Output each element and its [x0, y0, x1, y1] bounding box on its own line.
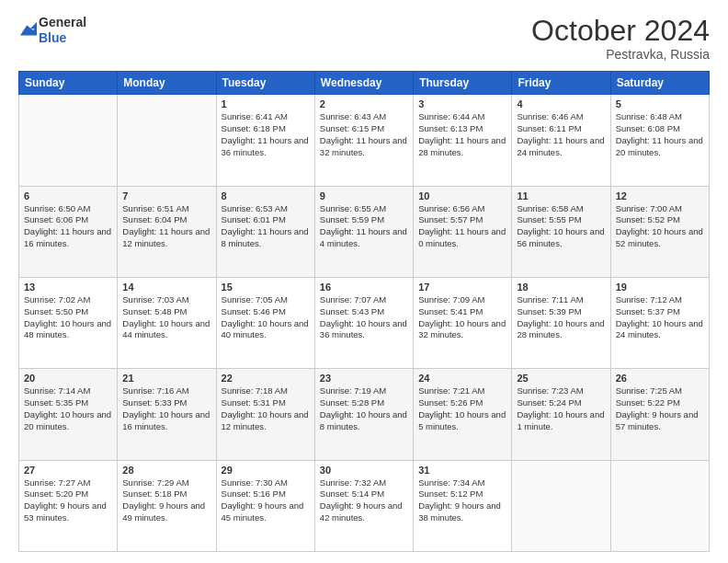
page: General Blue October 2024 Pestravka, Rus… — [0, 0, 728, 563]
day-info: Sunrise: 7:05 AM Sunset: 5:46 PM Dayligh… — [222, 294, 310, 341]
table-row: 29Sunrise: 7:30 AM Sunset: 5:16 PM Dayli… — [216, 460, 314, 551]
table-row: 4Sunrise: 6:46 AM Sunset: 6:11 PM Daylig… — [512, 95, 610, 186]
day-number: 27 — [24, 465, 112, 476]
day-info: Sunrise: 6:46 AM Sunset: 6:11 PM Dayligh… — [517, 111, 605, 158]
table-row — [19, 95, 118, 186]
day-info: Sunrise: 6:58 AM Sunset: 5:55 PM Dayligh… — [517, 203, 605, 250]
day-info: Sunrise: 7:11 AM Sunset: 5:39 PM Dayligh… — [517, 294, 605, 341]
table-row: 9Sunrise: 6:55 AM Sunset: 5:59 PM Daylig… — [314, 186, 413, 277]
day-number: 6 — [24, 190, 112, 201]
day-info: Sunrise: 7:30 AM Sunset: 5:16 PM Dayligh… — [222, 477, 310, 524]
day-number: 14 — [122, 282, 210, 293]
day-info: Sunrise: 7:34 AM Sunset: 5:12 PM Dayligh… — [418, 477, 506, 524]
day-number: 12 — [616, 190, 704, 201]
day-info: Sunrise: 7:29 AM Sunset: 5:18 PM Dayligh… — [122, 477, 210, 524]
table-row: 3Sunrise: 6:44 AM Sunset: 6:13 PM Daylig… — [414, 95, 512, 186]
table-row: 25Sunrise: 7:23 AM Sunset: 5:24 PM Dayli… — [512, 369, 610, 460]
day-number: 25 — [517, 373, 605, 384]
day-info: Sunrise: 7:14 AM Sunset: 5:35 PM Dayligh… — [24, 385, 112, 432]
day-number: 28 — [122, 465, 210, 476]
day-info: Sunrise: 7:16 AM Sunset: 5:33 PM Dayligh… — [122, 385, 210, 432]
logo-icon — [20, 22, 37, 39]
calendar-table: Sunday Monday Tuesday Wednesday Thursday… — [18, 71, 710, 552]
day-number: 30 — [320, 465, 408, 476]
svg-marker-1 — [30, 22, 37, 29]
table-row: 16Sunrise: 7:07 AM Sunset: 5:43 PM Dayli… — [314, 277, 413, 368]
day-number: 7 — [122, 190, 210, 201]
table-row: 27Sunrise: 7:27 AM Sunset: 5:20 PM Dayli… — [19, 460, 118, 551]
logo-general-text: General — [39, 15, 86, 29]
calendar-week-row: 6Sunrise: 6:50 AM Sunset: 6:06 PM Daylig… — [19, 186, 710, 277]
day-number: 5 — [616, 98, 704, 109]
table-row: 1Sunrise: 6:41 AM Sunset: 6:18 PM Daylig… — [216, 95, 314, 186]
table-row: 8Sunrise: 6:53 AM Sunset: 6:01 PM Daylig… — [216, 186, 314, 277]
table-row: 31Sunrise: 7:34 AM Sunset: 5:12 PM Dayli… — [414, 460, 512, 551]
table-row — [118, 95, 216, 186]
table-row: 14Sunrise: 7:03 AM Sunset: 5:48 PM Dayli… — [118, 277, 216, 368]
day-number: 29 — [222, 465, 310, 476]
day-info: Sunrise: 6:43 AM Sunset: 6:15 PM Dayligh… — [320, 111, 408, 158]
table-row: 6Sunrise: 6:50 AM Sunset: 6:06 PM Daylig… — [19, 186, 118, 277]
table-row: 17Sunrise: 7:09 AM Sunset: 5:41 PM Dayli… — [414, 277, 512, 368]
day-info: Sunrise: 7:07 AM Sunset: 5:43 PM Dayligh… — [320, 294, 408, 341]
table-row: 26Sunrise: 7:25 AM Sunset: 5:22 PM Dayli… — [610, 369, 709, 460]
day-info: Sunrise: 6:55 AM Sunset: 5:59 PM Dayligh… — [320, 203, 408, 250]
day-info: Sunrise: 6:51 AM Sunset: 6:04 PM Dayligh… — [122, 203, 210, 250]
day-info: Sunrise: 7:00 AM Sunset: 5:52 PM Dayligh… — [616, 203, 704, 250]
day-info: Sunrise: 7:12 AM Sunset: 5:37 PM Dayligh… — [616, 294, 704, 341]
header: General Blue October 2024 Pestravka, Rus… — [18, 15, 710, 62]
day-info: Sunrise: 7:18 AM Sunset: 5:31 PM Dayligh… — [222, 385, 310, 432]
location: Pestravka, Russia — [531, 47, 710, 62]
logo: General Blue — [18, 15, 86, 46]
day-info: Sunrise: 6:56 AM Sunset: 5:57 PM Dayligh… — [418, 203, 506, 250]
calendar-week-row: 1Sunrise: 6:41 AM Sunset: 6:18 PM Daylig… — [19, 95, 710, 186]
table-row: 23Sunrise: 7:19 AM Sunset: 5:28 PM Dayli… — [314, 369, 413, 460]
day-info: Sunrise: 6:44 AM Sunset: 6:13 PM Dayligh… — [418, 111, 506, 158]
day-info: Sunrise: 7:03 AM Sunset: 5:48 PM Dayligh… — [122, 294, 210, 341]
calendar-week-row: 27Sunrise: 7:27 AM Sunset: 5:20 PM Dayli… — [19, 460, 710, 551]
day-info: Sunrise: 7:23 AM Sunset: 5:24 PM Dayligh… — [517, 385, 605, 432]
day-info: Sunrise: 6:53 AM Sunset: 6:01 PM Dayligh… — [222, 203, 310, 250]
day-info: Sunrise: 6:50 AM Sunset: 6:06 PM Dayligh… — [24, 203, 112, 250]
table-row: 19Sunrise: 7:12 AM Sunset: 5:37 PM Dayli… — [610, 277, 709, 368]
col-tuesday: Tuesday — [216, 72, 314, 95]
table-row: 5Sunrise: 6:48 AM Sunset: 6:08 PM Daylig… — [610, 95, 709, 186]
day-number: 11 — [517, 190, 605, 201]
day-number: 17 — [418, 282, 506, 293]
day-info: Sunrise: 7:02 AM Sunset: 5:50 PM Dayligh… — [24, 294, 112, 341]
col-sunday: Sunday — [19, 72, 118, 95]
table-row: 2Sunrise: 6:43 AM Sunset: 6:15 PM Daylig… — [314, 95, 413, 186]
table-row: 7Sunrise: 6:51 AM Sunset: 6:04 PM Daylig… — [118, 186, 216, 277]
day-info: Sunrise: 6:48 AM Sunset: 6:08 PM Dayligh… — [616, 111, 704, 158]
day-info: Sunrise: 7:32 AM Sunset: 5:14 PM Dayligh… — [320, 477, 408, 524]
day-number: 10 — [418, 190, 506, 201]
day-number: 31 — [418, 465, 506, 476]
day-number: 9 — [320, 190, 408, 201]
table-row: 21Sunrise: 7:16 AM Sunset: 5:33 PM Dayli… — [118, 369, 216, 460]
table-row — [610, 460, 709, 551]
day-number: 2 — [320, 98, 408, 109]
day-number: 24 — [418, 373, 506, 384]
calendar-week-row: 20Sunrise: 7:14 AM Sunset: 5:35 PM Dayli… — [19, 369, 710, 460]
day-number: 3 — [418, 98, 506, 109]
day-info: Sunrise: 7:09 AM Sunset: 5:41 PM Dayligh… — [418, 294, 506, 341]
day-number: 26 — [616, 373, 704, 384]
calendar-header-row: Sunday Monday Tuesday Wednesday Thursday… — [19, 72, 710, 95]
day-number: 4 — [517, 98, 605, 109]
day-info: Sunrise: 7:19 AM Sunset: 5:28 PM Dayligh… — [320, 385, 408, 432]
col-monday: Monday — [118, 72, 216, 95]
day-info: Sunrise: 7:27 AM Sunset: 5:20 PM Dayligh… — [24, 477, 112, 524]
col-wednesday: Wednesday — [314, 72, 413, 95]
day-number: 18 — [517, 282, 605, 293]
table-row: 10Sunrise: 6:56 AM Sunset: 5:57 PM Dayli… — [414, 186, 512, 277]
table-row: 11Sunrise: 6:58 AM Sunset: 5:55 PM Dayli… — [512, 186, 610, 277]
logo-blue-text: Blue — [39, 30, 66, 45]
day-number: 21 — [122, 373, 210, 384]
table-row: 12Sunrise: 7:00 AM Sunset: 5:52 PM Dayli… — [610, 186, 709, 277]
calendar-week-row: 13Sunrise: 7:02 AM Sunset: 5:50 PM Dayli… — [19, 277, 710, 368]
day-number: 1 — [222, 98, 310, 109]
table-row: 24Sunrise: 7:21 AM Sunset: 5:26 PM Dayli… — [414, 369, 512, 460]
table-row: 28Sunrise: 7:29 AM Sunset: 5:18 PM Dayli… — [118, 460, 216, 551]
day-number: 20 — [24, 373, 112, 384]
table-row: 20Sunrise: 7:14 AM Sunset: 5:35 PM Dayli… — [19, 369, 118, 460]
